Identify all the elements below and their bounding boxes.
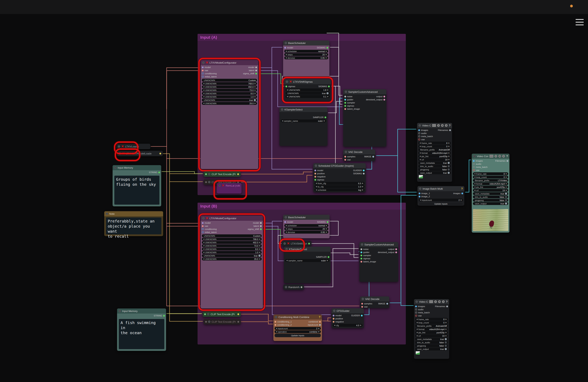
collapse-dot[interactable] [345, 91, 347, 93]
decrement-arrow-icon[interactable]: ◀ [474, 183, 475, 185]
increment-arrow-icon[interactable]: ▶ [362, 189, 363, 191]
slot-dot[interactable] [360, 255, 362, 256]
decrement-arrow-icon[interactable]: ◀ [285, 228, 287, 230]
output-slot-model[interactable]: model [248, 66, 257, 68]
widget-cfg[interactable]: ◀cfg4.0▶ [333, 324, 363, 327]
slot-dot[interactable] [415, 315, 417, 317]
decrement-arrow-icon[interactable]: ◀ [203, 83, 204, 85]
increment-arrow-icon[interactable]: ▶ [461, 199, 462, 201]
slot-dot[interactable] [419, 192, 420, 194]
input-slot[interactable] [205, 173, 207, 175]
slot-dot[interactable] [163, 315, 165, 317]
input-slot[interactable] [204, 313, 206, 315]
collapse-dot[interactable] [362, 298, 364, 300]
image-thumbnail-icon[interactable] [416, 351, 420, 355]
toggle[interactable] [448, 162, 450, 164]
canvas[interactable]: { "ui": {"status_dot_color": "#d98b3a"},… [0, 0, 588, 382]
slot-dot[interactable] [274, 321, 276, 323]
decrement-arrow-icon[interactable]: ◀ [203, 252, 204, 253]
collapse-dot[interactable] [419, 188, 421, 190]
decrement-arrow-icon[interactable]: ◀ [474, 186, 475, 188]
collapse-dot[interactable] [281, 108, 283, 111]
widget-frame_rate[interactable]: ◀frame_rate8▶ [415, 318, 448, 321]
input-slot-conditioning[interactable]: conditioning [202, 228, 217, 230]
video-preview[interactable] [473, 209, 508, 231]
slot-dot[interactable] [363, 173, 365, 174]
node-video-combine-bottom[interactable]: Video CombineVHS?imagesFilenamesaudiomet… [414, 299, 449, 359]
increment-arrow-icon[interactable]: ▶ [254, 96, 256, 98]
slot-dot[interactable] [315, 176, 316, 178]
decrement-arrow-icon[interactable]: ◀ [416, 322, 418, 323]
slot-dot[interactable] [328, 256, 329, 258]
toggle[interactable] [505, 192, 507, 195]
collapse-dot[interactable] [208, 173, 210, 175]
input-slot-sigmas[interactable]: sigmas [344, 105, 354, 107]
decrement-arrow-icon[interactable]: ◀ [315, 182, 317, 184]
widget-unknown[interactable]: ◀UNKNOWN1.0▶ [202, 251, 262, 254]
input-slot-vae[interactable]: vae [202, 225, 208, 227]
widget-pingpong[interactable]: pingpongfalse [418, 168, 451, 171]
slot-dot[interactable] [344, 156, 346, 158]
slot-dot[interactable] [344, 108, 346, 110]
widget-crf[interactable]: ◀crf19▶ [415, 334, 448, 337]
collapse-dot[interactable] [218, 184, 221, 187]
input-slot-images[interactable]: images [415, 305, 425, 308]
increment-arrow-icon[interactable]: ▶ [506, 190, 507, 191]
widget-unknown[interactable]: UNKNOWNtrue [202, 254, 262, 257]
slot-dot[interactable] [395, 252, 397, 253]
decrement-arrow-icon[interactable]: ◀ [285, 54, 287, 55]
increment-arrow-icon[interactable]: ▶ [448, 146, 450, 147]
widget-steps[interactable]: ◀steps20▶ [284, 53, 328, 56]
decrement-arrow-icon[interactable]: ◀ [474, 173, 475, 175]
collapse-dot[interactable] [285, 216, 287, 218]
toggle[interactable] [448, 169, 450, 170]
input-slot-vae[interactable]: vae [473, 169, 480, 171]
slot-dot[interactable] [333, 318, 335, 319]
decrement-arrow-icon[interactable]: ◀ [334, 324, 335, 326]
collapse-dot[interactable] [286, 81, 288, 83]
decrement-arrow-icon[interactable]: ◀ [286, 260, 288, 261]
increment-arrow-icon[interactable]: ▶ [327, 89, 329, 91]
collapse-dot[interactable] [285, 248, 288, 250]
widget-filename_prefix[interactable]: filename_prefixLTXVideo [473, 179, 508, 182]
decrement-arrow-icon[interactable]: ◀ [416, 332, 418, 333]
slot-dot[interactable] [449, 129, 451, 131]
increment-arrow-icon[interactable]: ▶ [259, 245, 261, 247]
slot-dot[interactable] [325, 117, 326, 118]
slot-dot[interactable] [319, 321, 321, 323]
output-slot[interactable] [237, 173, 239, 175]
slot-dot[interactable] [333, 321, 335, 323]
slot-dot[interactable] [344, 102, 346, 104]
input-slot-guider[interactable]: guider [360, 251, 369, 254]
output-slot-IMAGE[interactable]: IMAGE [378, 302, 388, 305]
collapse-dot[interactable] [333, 310, 336, 312]
widget-save_metadata[interactable]: save_metadatatrue [415, 338, 448, 340]
increment-arrow-icon[interactable]: ▶ [254, 103, 256, 104]
collapse-dot[interactable] [473, 155, 476, 157]
slot-dot[interactable] [255, 70, 257, 71]
output-slot[interactable] [237, 181, 239, 183]
image-thumbnail-icon[interactable] [419, 175, 423, 178]
collapse-dot[interactable] [119, 152, 121, 155]
increment-arrow-icon[interactable]: ▶ [318, 331, 320, 333]
increment-arrow-icon[interactable]: ▶ [506, 183, 507, 185]
widget-unknown[interactable]: ◀UNKNOWN29.0▶ [202, 102, 257, 105]
widget-unknown[interactable]: ◀UNKNOWN768.0▶ [202, 82, 257, 85]
collapse-dot[interactable] [416, 300, 418, 303]
slot-dot[interactable] [473, 169, 475, 171]
node-clip-text-encode-a-pos[interactable]: CLIP Text Encode (Pr [204, 171, 241, 177]
widget-loop_count[interactable]: ◀loop_count0▶ [473, 176, 508, 179]
decrement-arrow-icon[interactable]: ◀ [282, 120, 283, 122]
decrement-arrow-icon[interactable]: ◀ [203, 86, 204, 88]
decrement-arrow-icon[interactable]: ◀ [315, 189, 317, 191]
output-slot[interactable] [237, 313, 239, 315]
widget-unknown[interactable]: ◀UNKNOWN492.0▶ [202, 85, 257, 88]
widget-unknown[interactable]: UNKNOWNtrue [202, 99, 257, 102]
toggle[interactable] [448, 165, 450, 167]
increment-arrow-icon[interactable]: ▶ [254, 93, 256, 94]
widget-unknown[interactable]: UNKNOWNCustom [202, 79, 257, 82]
help-icon[interactable]: ? [446, 300, 448, 303]
increment-arrow-icon[interactable]: ▶ [445, 328, 447, 330]
collapse-dot[interactable] [118, 145, 120, 148]
input-slot-conditioning_1[interactable]: conditioning_1 [274, 320, 292, 323]
